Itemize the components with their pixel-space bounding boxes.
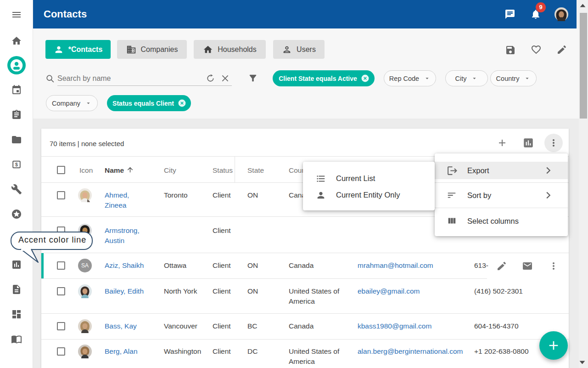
svg-text:$: $	[15, 162, 18, 167]
